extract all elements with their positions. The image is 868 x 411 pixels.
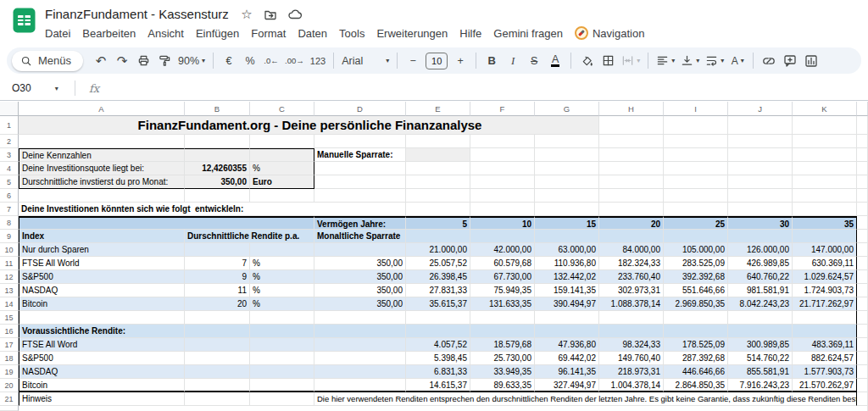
cell-F10[interactable]: 42.000,00 — [470, 243, 535, 257]
cell-C2[interactable] — [250, 135, 314, 148]
cell-D6[interactable] — [314, 189, 406, 203]
cell-D12[interactable]: 350,00 — [314, 270, 406, 284]
cell-K16[interactable] — [793, 325, 857, 338]
cell-J9[interactable] — [728, 230, 793, 243]
row-header-6[interactable]: 6 — [0, 189, 19, 203]
cell-J19[interactable]: 855.581,91 — [728, 365, 793, 379]
move-folder-icon[interactable] — [263, 7, 278, 22]
cell-K4[interactable] — [793, 162, 857, 175]
cell-G17[interactable]: 47.936,80 — [535, 338, 599, 352]
borders-button[interactable] — [598, 51, 618, 71]
cell-A14[interactable]: Bitcoin — [19, 297, 185, 311]
row-header-1[interactable]: 1 — [0, 116, 19, 135]
cell-B11[interactable]: 7 — [185, 257, 250, 270]
cell-G12[interactable]: 132.442,02 — [535, 270, 599, 284]
cell-J6[interactable] — [728, 189, 793, 203]
cell-F8[interactable]: 10 — [470, 216, 535, 230]
cell-K5[interactable] — [793, 175, 857, 189]
cell-I8[interactable]: 25 — [664, 216, 728, 230]
cell-J13[interactable]: 981.581,91 — [728, 284, 793, 297]
cell-J3[interactable] — [728, 148, 793, 162]
cell-F20[interactable]: 89.633,35 — [470, 379, 535, 392]
column-header-I[interactable]: I — [664, 102, 728, 116]
zoom-select[interactable]: 90%▾ — [175, 51, 208, 71]
cell-I7[interactable] — [664, 203, 728, 216]
increase-decimal-button[interactable]: .00→ — [282, 51, 307, 71]
search-menus-button[interactable]: Menüs — [12, 51, 83, 71]
horizontal-align-button[interactable]: ▾ — [654, 51, 677, 71]
menu-item-einfügen[interactable]: Einfügen — [190, 25, 245, 42]
fill-color-button[interactable] — [576, 51, 597, 71]
cell-H13[interactable]: 302.973,31 — [599, 284, 664, 297]
cell-D15[interactable] — [314, 311, 406, 325]
cell-F6[interactable] — [470, 189, 535, 203]
text-wrapping-button[interactable]: ▾ — [703, 51, 726, 71]
merge-cells-button[interactable]: ▾ — [619, 51, 643, 71]
cell-K7[interactable] — [793, 203, 857, 216]
cell-A6[interactable] — [19, 189, 185, 203]
cell-F13[interactable]: 75.949,35 — [470, 284, 535, 297]
cell-B10[interactable] — [185, 243, 250, 257]
cell-K18[interactable]: 882.624,57 — [793, 352, 857, 365]
cell-D3[interactable]: Manuelle Sparrate: — [314, 148, 406, 162]
cell-G16[interactable] — [535, 325, 599, 338]
cell-C11[interactable]: % — [250, 257, 314, 270]
cell-C14[interactable]: % — [250, 297, 314, 311]
cell-I10[interactable]: 105.000,00 — [664, 243, 728, 257]
row-header-12[interactable]: 12 — [0, 270, 19, 284]
cell-D16[interactable] — [314, 325, 406, 338]
cell-F2[interactable] — [470, 135, 535, 148]
cell-A2[interactable] — [19, 135, 185, 148]
cell-E11[interactable]: 25.057,52 — [406, 257, 470, 270]
cell-K20[interactable]: 21.570.262,97 — [793, 379, 857, 392]
text-color-button[interactable]: A — [545, 51, 565, 71]
row-header-11[interactable]: 11 — [0, 257, 19, 270]
menu-item-ansicht[interactable]: Ansicht — [142, 25, 190, 42]
cell-K9[interactable] — [793, 230, 857, 243]
cell-K1[interactable] — [793, 116, 857, 135]
cell-G19[interactable]: 96.141,35 — [535, 365, 599, 379]
cell-H17[interactable]: 98.324,33 — [599, 338, 664, 352]
cell-J18[interactable]: 514.760,22 — [728, 352, 793, 365]
menu-item-format[interactable]: Format — [245, 25, 292, 42]
cell-I13[interactable]: 551.646,66 — [664, 284, 728, 297]
cell-B6[interactable] — [185, 189, 250, 203]
cell-F5[interactable] — [470, 175, 535, 189]
cell-E17[interactable]: 4.057,52 — [406, 338, 470, 352]
cell-A3[interactable]: Deine Kennzahlen — [19, 148, 185, 162]
row-header-17[interactable]: 17 — [0, 338, 19, 352]
cell-C21[interactable] — [250, 392, 314, 406]
cell-E12[interactable]: 26.398,45 — [406, 270, 470, 284]
format-currency-button[interactable]: € — [219, 51, 239, 71]
cell-A5[interactable]: Durschnittliche invstierst du pro Monat: — [19, 175, 185, 189]
cell-D19[interactable] — [314, 365, 406, 379]
cell-I11[interactable]: 283.525,09 — [664, 257, 728, 270]
font-select[interactable]: Arial▾ — [339, 51, 392, 71]
menu-item-bearbeiten[interactable]: Bearbeiten — [76, 25, 142, 42]
cell-E9[interactable] — [406, 230, 470, 243]
cell-C17[interactable] — [250, 338, 314, 352]
row-header-14[interactable]: 14 — [0, 297, 19, 311]
format-percent-button[interactable]: % — [240, 51, 260, 71]
cell-H3[interactable] — [599, 148, 664, 162]
cell-H14[interactable]: 1.088.378,14 — [599, 297, 664, 311]
cell-I4[interactable] — [664, 162, 728, 175]
cell-K10[interactable]: 147.000,00 — [793, 243, 857, 257]
cell-H7[interactable] — [599, 203, 664, 216]
cell-H2[interactable] — [599, 135, 664, 148]
cell-C5[interactable]: Euro — [250, 175, 314, 189]
row-header-8[interactable]: 8 — [0, 216, 19, 230]
column-header-C[interactable]: C — [250, 102, 314, 116]
cell-A21[interactable]: Hinweis — [19, 392, 185, 406]
cell-J4[interactable] — [728, 162, 793, 175]
cell-I17[interactable]: 178.525,09 — [664, 338, 728, 352]
cell-F7[interactable] — [470, 203, 535, 216]
cell-H12[interactable]: 233.760,40 — [599, 270, 664, 284]
cloud-status-icon[interactable] — [287, 7, 302, 22]
cell-H19[interactable]: 218.973,31 — [599, 365, 664, 379]
cell-C18[interactable] — [250, 352, 314, 365]
cell-B15[interactable] — [185, 311, 250, 325]
cell-K6[interactable] — [793, 189, 857, 203]
cell-H15[interactable] — [599, 311, 664, 325]
cell-J14[interactable]: 8.042.243,23 — [728, 297, 793, 311]
